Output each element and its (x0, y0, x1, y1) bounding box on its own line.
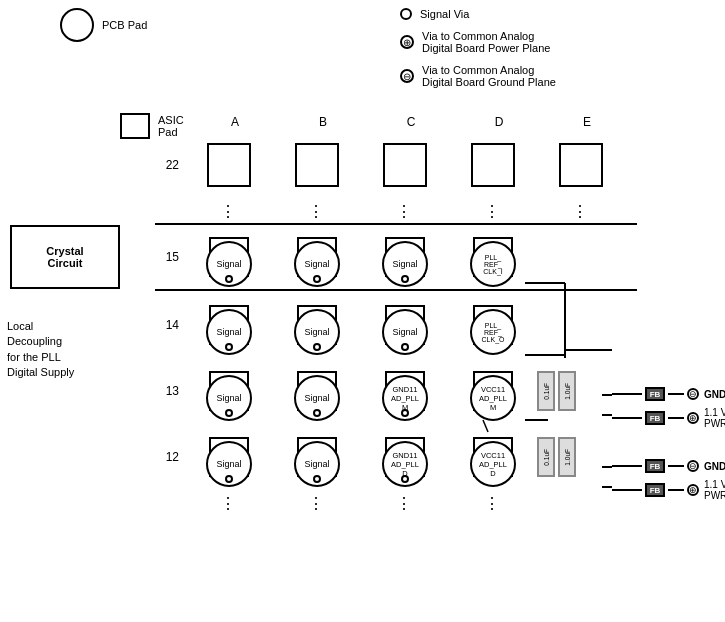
pwr-line2-13 (668, 417, 684, 419)
cell-13-D: VCC11AD_PLLM (449, 359, 537, 423)
pcb-pad-wrapper-12-A: Signal (209, 437, 249, 477)
cell-22-D (449, 133, 537, 197)
dots-cell-1-A: ⋮ (185, 202, 273, 221)
row-15-cells: Signal Signal (185, 225, 625, 289)
column-headers: A B C D E (191, 115, 637, 129)
cell-14-C: Signal (361, 293, 449, 357)
cap-group-12: 0.1uF 1.0uF (537, 437, 576, 477)
cell-14-E (537, 293, 625, 357)
pcb-pad-12-D: VCC11AD_PLLD (470, 441, 516, 487)
row-13: LocalDecouplingfor the PLLDigital Supply… (155, 359, 637, 423)
cell-12-B: Signal (273, 425, 361, 489)
dots-row-2: ⋮ ⋮ ⋮ ⋮ (155, 491, 637, 515)
col-header-A: A (191, 115, 279, 129)
cap-group-13: 0.1uF 1.0uF (537, 371, 576, 411)
gnd-line2-13 (668, 393, 684, 395)
gnd-via-13: ⊖ (687, 388, 699, 400)
asic-pad-legend-icon (120, 113, 150, 139)
pcb-pad-wrapper-15-B: Signal (297, 237, 337, 277)
pwr-line-12 (612, 489, 642, 491)
legend-power-via: ⊕ Via to Common Analog Digital Board Pow… (400, 30, 556, 54)
cell-12-D: VCC11AD_PLLD (449, 425, 537, 489)
pcb-pad-wrapper-12-D: VCC11AD_PLLD (473, 437, 513, 477)
pcb-pad-wrapper-13-A: Signal (209, 371, 249, 411)
asic-pad-22-E (559, 143, 603, 187)
via-13-A (225, 409, 233, 417)
pcb-pad-wrapper-14-B: Signal (297, 305, 337, 345)
pcb-pad-14-D: PLL_REF_CLK_O (470, 309, 516, 355)
row-12-cells: Signal Signal (185, 425, 637, 489)
row-14-label: 14 (155, 318, 185, 332)
cell-12-C: GND11AD_PLLD (361, 425, 449, 489)
col-header-D: D (455, 115, 543, 129)
via-15-B (313, 275, 321, 283)
dots-cell-2-D: ⋮ (449, 494, 537, 513)
legend-ground-via: ⊖ Via to Common Analog Digital Board Gro… (400, 64, 556, 88)
via-14-C (401, 343, 409, 351)
col-header-B: B (279, 115, 367, 129)
dots-cell-1-C: ⋮ (361, 202, 449, 221)
cell-13-B: Signal (273, 359, 361, 423)
power-via-icon: ⊕ (400, 35, 414, 49)
fb-block-gnd-12: FB (645, 459, 665, 473)
pcb-pad-legend-icon (60, 8, 94, 42)
cell-15-B: Signal (273, 225, 361, 289)
via-12-A (225, 475, 233, 483)
pwr-via-12: ⊕ (687, 484, 699, 496)
pcb-pad-wrapper-15-C: Signal (385, 237, 425, 277)
pwr-via-13: ⊕ (687, 412, 699, 424)
power-via-label: Via to Common Analog Digital Board Power… (422, 30, 550, 54)
signal-via-icon (400, 8, 412, 20)
row-12-label: 12 (155, 450, 185, 464)
crystal-circuit-label: CrystalCircuit (10, 225, 120, 289)
gnd-line2-12 (668, 465, 684, 467)
cap-0.1uF-13: 0.1uF (537, 371, 555, 411)
row-13-cells: Signal Signal (185, 359, 637, 423)
via-15-A (225, 275, 233, 283)
cap-1uF-13: 1.0uF (558, 371, 576, 411)
right-components-13: FB ⊖ GND FB ⊕ 1.1 VPWR (612, 383, 725, 429)
via-15-C (401, 275, 409, 283)
row-15: CrystalCircuit 15 Signal (155, 223, 637, 291)
via-13-C (401, 409, 409, 417)
gnd-row-13: FB ⊖ GND (612, 383, 725, 405)
row-14: 14 Signal Signal (155, 293, 637, 357)
dots-cell-1-E: ⋮ (537, 202, 625, 221)
fb-block-pwr-13: FB (645, 411, 665, 425)
main-grid: A B C D E 22 (155, 115, 637, 515)
cell-22-C (361, 133, 449, 197)
gnd-line-13 (612, 393, 642, 395)
row-14-cells: Signal Signal (185, 293, 625, 357)
cell-15-A: Signal (185, 225, 273, 289)
col-header-E: E (543, 115, 631, 129)
cell-22-A (185, 133, 273, 197)
cell-14-A: Signal (185, 293, 273, 357)
via-14-B (313, 343, 321, 351)
pcb-pad-wrapper-14-A: Signal (209, 305, 249, 345)
cell-15-E (537, 225, 625, 289)
via-13-B (313, 409, 321, 417)
fb-block-gnd-13: FB (645, 387, 665, 401)
row-15-label: 15 (155, 250, 185, 264)
cell-14-D: PLL_REF_CLK_O (449, 293, 537, 357)
legend-signal-via: Signal Via (400, 8, 556, 20)
pcb-pad-13-D: VCC11AD_PLLM (470, 375, 516, 421)
signal-via-label: Signal Via (420, 8, 469, 20)
pwr-row-12: FB ⊕ 1.1 VPWR (612, 479, 725, 501)
cell-12-A: Signal (185, 425, 273, 489)
dots-cell-1-B: ⋮ (273, 202, 361, 221)
dots-cell-1-D: ⋮ (449, 202, 537, 221)
asic-pad-22-B (295, 143, 339, 187)
pcb-pad-wrapper-13-C: GND11AD_PLLM (385, 371, 425, 411)
row-22-cells (185, 133, 625, 197)
cell-13-A: Signal (185, 359, 273, 423)
pwr-label-13: 1.1 VPWR (704, 407, 725, 429)
legend-right: Signal Via ⊕ Via to Common Analog Digita… (400, 8, 556, 98)
ground-via-icon: ⊖ (400, 69, 414, 83)
cell-14-B: Signal (273, 293, 361, 357)
page: PCB Pad ASIC Pad Signal Via ⊕ Via to Com… (0, 0, 725, 622)
right-components-12: FB ⊖ GND FB ⊕ 1.1 VPWR (612, 455, 725, 501)
fb-block-pwr-12: FB (645, 483, 665, 497)
pwr-line2-12 (668, 489, 684, 491)
pwr-row-13: FB ⊕ 1.1 VPWR (612, 407, 725, 429)
